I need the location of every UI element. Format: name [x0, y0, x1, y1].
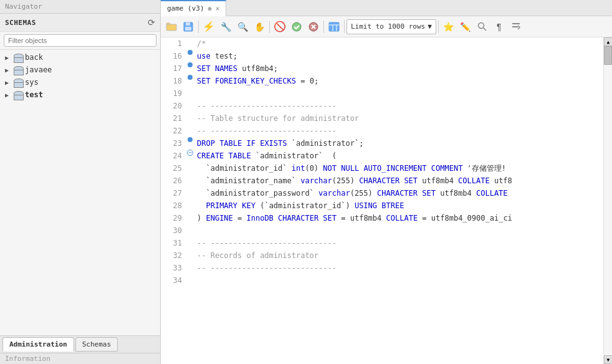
filter-input[interactable] [4, 34, 156, 47]
scroll-down-button[interactable]: ▼ [604, 355, 612, 364]
line-code: CREATE TABLE `administrator` ( [194, 150, 603, 162]
line-code [194, 87, 603, 89]
line-code: -- ---------------------------- [194, 125, 603, 137]
editor-area: game (v3) ● ✕ ⚡ 🔧 [161, 0, 612, 364]
expand-arrow-back: ▶ [5, 54, 12, 61]
cancel-button[interactable] [305, 19, 322, 35]
code-lines: 1/* 16use test;17SET NAMES utf8mb4;18SET… [161, 37, 603, 287]
expand-arrow-test: ▶ [5, 92, 12, 98]
line-number: 34 [161, 274, 186, 287]
tab-administration[interactable]: Administration [2, 337, 74, 352]
limit-dropdown[interactable]: Limit to 1000 rows ▼ [347, 19, 436, 34]
code-line-30: 30 [161, 224, 603, 237]
table-icon-button[interactable] [326, 19, 342, 35]
db-icon-javaee [14, 66, 22, 74]
line-number: 26 [161, 175, 186, 187]
scroll-track[interactable] [604, 46, 612, 355]
beautify-button[interactable]: ✏️ [457, 19, 474, 35]
svg-rect-13 [512, 23, 520, 24]
code-line-33: 33-- ---------------------------- [161, 262, 603, 274]
scroll-up-button[interactable]: ▲ [604, 37, 612, 46]
line-number: 17 [161, 62, 186, 75]
tab-label: game (v3) [167, 4, 204, 12]
vertical-scrollbar[interactable]: ▲ ▼ [603, 37, 612, 364]
line-code: -- Table structure for administrator [194, 112, 603, 125]
schema-item-javaee[interactable]: ▶ javaee [0, 64, 160, 76]
code-line-22: 22-- ---------------------------- [161, 125, 603, 137]
code-line-18: 18SET FOREIGN_KEY_CHECKS = 0; [161, 75, 603, 87]
navigator-header: Navigator [0, 0, 160, 14]
line-code: -- Records of administrator [194, 249, 603, 262]
folder-open-button[interactable] [163, 19, 179, 35]
schema-name-javaee: javaee [25, 65, 52, 74]
schemas-title: SCHEMAS [5, 19, 36, 27]
line-number: 23 [161, 137, 186, 150]
svg-rect-7 [329, 22, 339, 31]
marker-dot-icon [188, 50, 193, 55]
line-number: 16 [161, 50, 186, 62]
wrap-button[interactable] [508, 19, 524, 35]
line-number: 18 [161, 75, 186, 87]
schema-name-test: test [25, 90, 43, 99]
tools-button[interactable]: 🔧 [218, 19, 234, 35]
format-button[interactable]: ¶ [491, 19, 507, 35]
tab-schemas[interactable]: Schemas [75, 337, 118, 352]
line-marker: − [186, 150, 194, 156]
schema-name-back: back [25, 53, 43, 62]
execute-button[interactable]: ⚡ [201, 19, 217, 35]
marker-dot-icon [188, 137, 193, 142]
code-line-20: 20-- ---------------------------- [161, 100, 603, 112]
tab-close-button[interactable]: ✕ [216, 4, 220, 12]
code-line-31: 31-- ---------------------------- [161, 237, 603, 249]
line-marker [186, 50, 194, 55]
search-replace-button[interactable] [474, 19, 490, 35]
line-number: 27 [161, 187, 186, 199]
code-line-17: 17SET NAMES utf8mb4; [161, 62, 603, 75]
line-number: 21 [161, 112, 186, 125]
line-number: 20 [161, 100, 186, 112]
line-code: DROP TABLE IF EXISTS `administrator`; [194, 137, 603, 150]
schema-list: ▶ back ▶ javaee ▶ sys ▶ test [0, 50, 160, 335]
check-button[interactable] [289, 19, 305, 35]
code-line-28: 28 PRIMARY KEY (`administrator_id`) USIN… [161, 199, 603, 212]
code-line-1: 1/* [161, 37, 603, 50]
expand-arrow-javaee: ▶ [5, 67, 12, 74]
code-line-21: 21-- Table structure for administrator [161, 112, 603, 125]
tab-bar: game (v3) ● ✕ [161, 0, 612, 16]
save-button[interactable] [180, 19, 196, 35]
schemas-header: SCHEMAS ⟳ [0, 14, 160, 32]
line-number: 28 [161, 199, 186, 212]
code-editor: 1/* 16use test;17SET NAMES utf8mb4;18SET… [161, 37, 612, 364]
line-code: PRIMARY KEY (`administrator_id`) USING B… [194, 199, 603, 212]
code-content-area[interactable]: 1/* 16use test;17SET NAMES utf8mb4;18SET… [161, 37, 603, 364]
svg-rect-4 [185, 27, 191, 31]
schema-name-sys: sys [25, 78, 39, 87]
stop-button[interactable]: 🚫 [272, 19, 288, 35]
code-line-26: 26 `administrator_name` varchar(255) CHA… [161, 175, 603, 187]
schemas-refresh-icon[interactable]: ⟳ [148, 17, 155, 27]
line-code: -- ---------------------------- [194, 100, 603, 112]
schema-item-back[interactable]: ▶ back [0, 51, 160, 64]
db-icon-test [14, 91, 22, 98]
line-number: 24 [161, 150, 186, 162]
svg-rect-14 [512, 26, 518, 27]
star-button[interactable]: ⭐ [441, 19, 457, 35]
svg-point-11 [478, 22, 484, 28]
svg-rect-3 [186, 22, 190, 26]
schema-item-sys[interactable]: ▶ sys [0, 76, 160, 89]
line-code: `administrator_name` varchar(255) CHARAC… [194, 175, 603, 187]
editor-tab[interactable]: game (v3) ● ✕ [161, 0, 226, 16]
line-code: use test; [194, 50, 603, 62]
line-code [194, 274, 603, 275]
line-number: 29 [161, 212, 186, 224]
hand-button[interactable]: ✋ [251, 19, 267, 35]
code-line-23: 23DROP TABLE IF EXISTS `administrator`; [161, 137, 603, 150]
schema-item-test[interactable]: ▶ test [0, 89, 160, 101]
scroll-thumb[interactable] [604, 46, 612, 65]
line-code: `administrator_password` varchar(255) CH… [194, 187, 603, 199]
code-line-24: 24−CREATE TABLE `administrator` ( [161, 150, 603, 162]
db-icon-sys [14, 79, 22, 86]
find-button[interactable]: 🔍 [234, 19, 251, 35]
line-number: 1 [161, 37, 186, 50]
line-code: `administrator_id` int(0) NOT NULL AUTO_… [194, 162, 603, 175]
